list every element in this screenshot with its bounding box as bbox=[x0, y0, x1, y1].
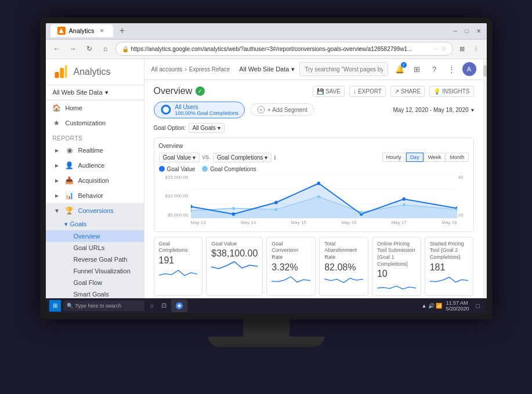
sidebar-item-smart-goals[interactable]: Smart Goals bbox=[46, 288, 144, 298]
taskbar-right: ▲ 🔊 📶 11:57 AM 5/20/2020 □ bbox=[422, 300, 483, 312]
sidebar-item-goal-flow[interactable]: Goal Flow bbox=[46, 277, 144, 288]
conversions-collapse-icon: ▾ bbox=[53, 207, 61, 215]
vs-label: VS. bbox=[202, 154, 211, 160]
extensions-icon[interactable]: ⊞ bbox=[457, 43, 468, 55]
sidebar-acquisition-label: Acquisition bbox=[78, 177, 109, 184]
chart-comp-dot-5 bbox=[360, 211, 363, 214]
chart-dot-3 bbox=[274, 201, 278, 204]
share-button[interactable]: ↗ SHARE bbox=[390, 86, 425, 97]
toolbar-icons: ⊞ ⋮ bbox=[457, 43, 482, 55]
address-bar[interactable]: 🔒 https://analytics.google.com/analytics… bbox=[115, 42, 453, 56]
svg-rect-0 bbox=[55, 72, 59, 78]
property-dropdown[interactable]: All Web Site Data ▾ bbox=[239, 66, 295, 73]
sidebar-smart-goals-label: Smart Goals bbox=[74, 291, 109, 298]
time-btn-month[interactable]: Month bbox=[446, 153, 468, 162]
metric-card-started-pricing-value: 181 bbox=[430, 262, 469, 273]
back-button[interactable]: ← bbox=[50, 42, 63, 55]
date-range-selector[interactable]: May 12, 2020 - May 18, 2020 ▾ bbox=[393, 107, 473, 113]
sidebar-funnel-label: Funnel Visualization bbox=[74, 268, 131, 274]
x-label-may16: May 16 bbox=[341, 220, 356, 225]
close-window-button[interactable]: ✕ bbox=[475, 27, 482, 34]
svg-point-12 bbox=[178, 304, 180, 307]
minimize-button[interactable]: ─ bbox=[452, 27, 459, 34]
chart-dot-4 bbox=[317, 182, 320, 185]
active-tab[interactable]: Analytics ✕ bbox=[50, 24, 113, 37]
sidebar-item-reverse-goal-path[interactable]: Reverse Goal Path bbox=[46, 254, 144, 265]
property-dropdown-arrow: ▾ bbox=[105, 89, 108, 96]
sidebar-item-goals[interactable]: ▾ Goals bbox=[46, 218, 144, 230]
taskbar-search[interactable]: 🔍 Type here to search bbox=[63, 301, 144, 311]
segment-bar: All Users 100.00% Goal Completions + + A… bbox=[154, 102, 474, 118]
overview-section-label: Overview bbox=[159, 143, 469, 149]
browser-menu-button[interactable]: ⋮ bbox=[471, 43, 482, 55]
lock-icon: 🔒 bbox=[122, 46, 129, 52]
time-btn-week[interactable]: Week bbox=[424, 153, 446, 162]
y-label-15k: $15,000.00 bbox=[165, 175, 188, 180]
right-scrollbar[interactable] bbox=[483, 59, 487, 298]
metric-sparkline-conversion bbox=[272, 274, 310, 285]
save-button[interactable]: 💾 SAVE bbox=[313, 86, 345, 97]
all-users-segment[interactable]: All Users 100.00% Goal Completions bbox=[154, 102, 245, 118]
help-button[interactable]: ? bbox=[428, 62, 441, 76]
legend-goal-value-label: Goal Value bbox=[167, 166, 196, 172]
windows-start-button[interactable]: ⊞ bbox=[49, 300, 61, 312]
property-value-text: All Web Site Data bbox=[239, 66, 289, 73]
search-input[interactable] bbox=[299, 62, 388, 76]
monitor-stand-base bbox=[208, 337, 324, 347]
y-right-label-40: 40 bbox=[458, 175, 464, 180]
time-btn-day[interactable]: Day bbox=[406, 153, 424, 162]
notification-button[interactable]: 🔔 7 bbox=[393, 62, 407, 76]
audience-expand-icon: ▸ bbox=[53, 161, 61, 169]
taskbar-task-view-icon[interactable]: ⊡ bbox=[159, 301, 169, 311]
metric-sparkline-started bbox=[430, 274, 469, 285]
forward-button[interactable]: → bbox=[67, 42, 79, 55]
sidebar-item-audience[interactable]: ▸ 👤 Audience bbox=[46, 158, 144, 173]
sidebar-item-behavior[interactable]: ▸ 📊 Behavior bbox=[46, 188, 144, 203]
time-btn-hourly[interactable]: Hourly bbox=[382, 153, 406, 162]
sidebar-item-overview[interactable]: Overview bbox=[46, 230, 144, 242]
metric-card-started-pricing-label: Started Pricing Tool (Goal 2 Completions… bbox=[430, 241, 469, 261]
metric-right-dropdown[interactable]: Goal Completions ▾ bbox=[213, 153, 272, 162]
refresh-button[interactable]: ↻ bbox=[83, 42, 96, 55]
insights-button[interactable]: 💡 INSIGHTS bbox=[429, 86, 473, 97]
more-options-button[interactable]: ⋮ bbox=[445, 62, 459, 76]
sidebar-item-funnel-visualization[interactable]: Funnel Visualization bbox=[46, 265, 144, 277]
taskbar: ⊞ 🔍 Type here to search ○ ⊡ bbox=[46, 298, 487, 313]
save-icon: 💾 bbox=[317, 88, 324, 95]
user-avatar[interactable]: A bbox=[462, 62, 476, 76]
maximize-button[interactable]: □ bbox=[464, 27, 471, 34]
metric-right-value: Goal Completions bbox=[217, 154, 263, 161]
metric-card-goal-value-label: Goal Value bbox=[211, 241, 258, 248]
taskbar-chrome-app[interactable] bbox=[171, 299, 187, 312]
metric-left-dropdown[interactable]: Goal Value ▾ bbox=[159, 153, 200, 162]
goal-option-dropdown[interactable]: All Goals ▾ bbox=[189, 123, 225, 133]
sidebar-item-realtime[interactable]: ▸ ◉ Realtime bbox=[46, 143, 144, 158]
sidebar-realtime-label: Realtime bbox=[78, 147, 103, 154]
behavior-expand-icon: ▸ bbox=[53, 191, 61, 200]
breadcrumb-account: Express Reface bbox=[189, 66, 230, 73]
apps-grid-button[interactable]: ⊞ bbox=[410, 62, 424, 76]
export-button[interactable]: ↓ EXPORT bbox=[349, 86, 386, 97]
taskbar-cortana-icon[interactable]: ○ bbox=[147, 301, 157, 311]
sidebar-item-goal-urls[interactable]: Goal URLs bbox=[46, 242, 144, 254]
conversions-icon: 🏆 bbox=[66, 207, 74, 215]
property-selector[interactable]: All Web Site Data ▾ bbox=[46, 85, 144, 100]
home-button[interactable]: ⌂ bbox=[99, 42, 112, 55]
sidebar-item-home[interactable]: 🏠 Home bbox=[46, 100, 144, 115]
x-label-may17: May 17 bbox=[392, 220, 407, 225]
sidebar-goals-label: Goals bbox=[70, 221, 87, 227]
sidebar-item-conversions[interactable]: ▾ 🏆 Conversions bbox=[46, 203, 144, 218]
metric-info-icon[interactable]: ℹ bbox=[274, 154, 276, 161]
add-segment-button[interactable]: + + Add Segment bbox=[251, 103, 314, 116]
taskbar-app-icons: ○ ⊡ bbox=[147, 299, 187, 312]
sidebar-item-customization[interactable]: ★ Customization bbox=[46, 115, 144, 131]
tab-close-button[interactable]: ✕ bbox=[98, 27, 106, 35]
property-arrow-icon: ▾ bbox=[291, 66, 295, 73]
monitor-screen: Analytics ✕ + ─ □ ✕ ← → ↻ ⌂ 🔒 https://an… bbox=[40, 17, 493, 319]
sidebar-item-acquisition[interactable]: ▸ 📥 Acquisition bbox=[46, 173, 144, 188]
taskbar-notification-icon[interactable]: □ bbox=[473, 301, 483, 311]
new-tab-button[interactable]: + bbox=[115, 24, 129, 37]
metric-sparkline-pricing bbox=[377, 280, 416, 292]
chart-comp-dot-2 bbox=[232, 207, 235, 209]
export-label: EXPORT bbox=[358, 88, 382, 95]
